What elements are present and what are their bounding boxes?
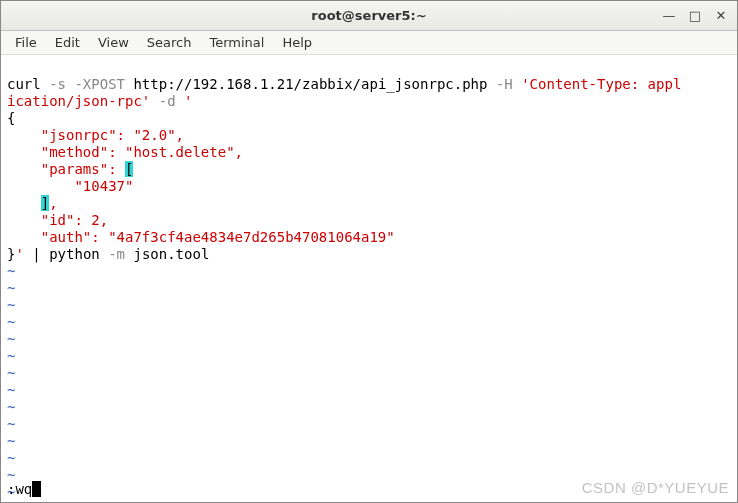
cursor-block [32, 481, 41, 497]
code-line-5: "method": "host.delete", [7, 144, 243, 160]
vim-tilde: ~ [7, 331, 15, 347]
menu-terminal[interactable]: Terminal [201, 32, 272, 53]
close-button[interactable]: ✕ [709, 4, 733, 26]
code-line-3: { [7, 110, 15, 126]
vim-tilde: ~ [7, 450, 15, 466]
code-line-1: curl -s -XPOST http://192.168.1.21/zabbi… [7, 76, 681, 92]
code-line-4: "jsonrpc": "2.0", [7, 127, 184, 143]
code-line-8: ], [7, 195, 58, 211]
code-line-11: }' | python -m json.tool [7, 246, 209, 262]
menu-search[interactable]: Search [139, 32, 200, 53]
vim-tilde: ~ [7, 365, 15, 381]
watermark: CSDN @D*YUEYUE [582, 479, 729, 496]
menu-edit[interactable]: Edit [47, 32, 88, 53]
vim-tilde: ~ [7, 416, 15, 432]
menu-view[interactable]: View [90, 32, 137, 53]
vim-tilde: ~ [7, 433, 15, 449]
code-line-6: "params": [ [7, 161, 133, 177]
vim-tilde: ~ [7, 280, 15, 296]
minimize-icon: — [663, 8, 676, 23]
vim-tilde: ~ [7, 263, 15, 279]
menu-file[interactable]: File [7, 32, 45, 53]
vim-tilde: ~ [7, 399, 15, 415]
vim-tilde: ~ [7, 348, 15, 364]
code-line-10: "auth": "4a7f3cf4ae4834e7d265b47081064a1… [7, 229, 395, 245]
code-line-9: "id": 2, [7, 212, 108, 228]
vim-command-line[interactable]: :wq [7, 481, 41, 498]
code-line-7: "10437" [7, 178, 133, 194]
minimize-button[interactable]: — [657, 4, 681, 26]
titlebar: root@server5:~ — □ ✕ [1, 1, 737, 31]
close-icon: ✕ [716, 8, 727, 23]
vim-tilde: ~ [7, 314, 15, 330]
menubar: File Edit View Search Terminal Help [1, 31, 737, 55]
vim-tilde: ~ [7, 382, 15, 398]
menu-help[interactable]: Help [274, 32, 320, 53]
maximize-icon: □ [689, 8, 701, 23]
window-controls: — □ ✕ [657, 4, 733, 26]
code-line-2: ication/json-rpc' -d ' [7, 93, 192, 109]
terminal-area[interactable]: curl -s -XPOST http://192.168.1.21/zabbi… [1, 55, 737, 502]
vim-tilde: ~ [7, 297, 15, 313]
maximize-button[interactable]: □ [683, 4, 707, 26]
window-title: root@server5:~ [311, 8, 426, 23]
